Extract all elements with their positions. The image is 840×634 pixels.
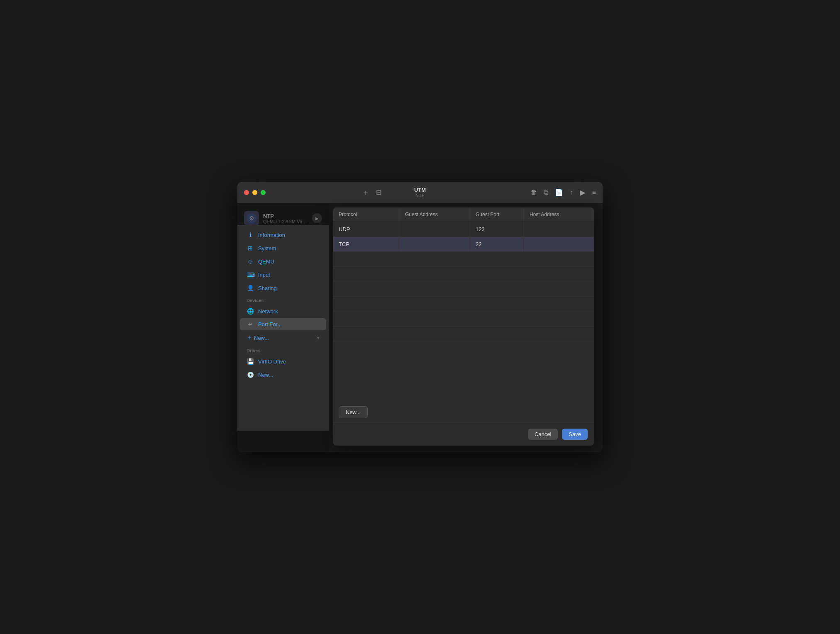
cell-guest-port-0: 123 — [470, 222, 524, 237]
network-icon: 🌐 — [247, 308, 254, 315]
new-rule-button[interactable]: New... — [339, 406, 368, 418]
dialog-footer: Cancel Save — [333, 422, 594, 446]
cell-host-addr-0 — [524, 222, 594, 237]
sidebar-item-portforward[interactable]: ↩ Port For... — [240, 318, 326, 330]
window-title: UTM — [414, 187, 426, 193]
sidebar-item-system[interactable]: ⊞ System — [240, 242, 326, 254]
qemu-icon: ◇ — [247, 258, 254, 265]
title-bar: ＋ ⊟ UTM NTP 🗑 ⧉ 📄 ↑ ▶ ≡ — [237, 182, 603, 203]
sidebar-item-network[interactable]: 🌐 Network — [240, 305, 326, 317]
new-drive-icon: 💿 — [247, 371, 254, 378]
close-button[interactable] — [244, 190, 249, 195]
sidebar-label-information: Information — [258, 232, 285, 238]
drive-icon: 💾 — [247, 358, 254, 365]
table-row-empty — [333, 312, 594, 327]
cell-guest-addr-0 — [399, 222, 470, 237]
cell-protocol-0: UDP — [333, 222, 399, 237]
table-row-empty — [333, 327, 594, 341]
table-header: Protocol Guest Address Guest Port Host A… — [333, 207, 594, 222]
new-device-label: New... — [254, 335, 269, 341]
sidebar-label-portforward: Port For... — [258, 321, 282, 327]
add-vm-icon[interactable]: ＋ — [362, 188, 369, 198]
window-subtitle: NTP — [415, 193, 425, 198]
devices-section-label: Devices — [237, 295, 329, 305]
port-forward-dialog: Protocol Guest Address Guest Port Host A… — [333, 207, 594, 446]
table-body: UDP 123 123 TCP 22 22 — [333, 222, 594, 402]
sidebar-label-input: Input — [258, 272, 270, 278]
sidebar-label-qemu: QEMU — [258, 258, 274, 265]
settings-sidebar: ℹ Information ⊞ System ◇ QEMU ⌨ Input 👤 … — [237, 225, 329, 431]
app-window: ＋ ⊟ UTM NTP 🗑 ⧉ 📄 ↑ ▶ ≡ ⚙ — [237, 182, 603, 452]
traffic-lights — [244, 190, 266, 195]
chevron-down-icon: ▾ — [317, 335, 320, 341]
sidebar-item-virtiodrive[interactable]: 💾 VirtIO Drive — [240, 355, 326, 368]
sidebar-label-new-drive: New... — [258, 372, 273, 378]
input-icon: ⌨ — [247, 271, 254, 278]
delete-icon[interactable]: 🗑 — [530, 189, 537, 196]
minimize-button[interactable] — [252, 190, 257, 195]
col-guest-address: Guest Address — [399, 207, 470, 222]
sidebar-item-new-drive[interactable]: 💿 New... — [240, 368, 326, 381]
col-protocol: Protocol — [333, 207, 399, 222]
sidebar-item-qemu[interactable]: ◇ QEMU — [240, 255, 326, 268]
save-button[interactable]: Save — [562, 429, 588, 440]
share-icon[interactable]: ↑ — [570, 189, 573, 196]
info-icon: ℹ — [247, 232, 254, 238]
table-row-empty — [333, 252, 594, 267]
main-content: ⚙ NTP QEMU 7.2 ARM Virtual M... ▶ ⚙ — [237, 203, 603, 452]
sidebar-label-virtiodrive: VirtIO Drive — [258, 358, 286, 365]
title-bar-center: UTM NTP — [414, 187, 426, 198]
portforward-icon: ↩ — [247, 321, 254, 327]
snapshot-icon[interactable]: 📄 — [555, 188, 563, 196]
play-icon[interactable]: ▶ — [580, 188, 586, 197]
table-row[interactable]: UDP 123 123 — [333, 222, 594, 237]
sidebar-label-sharing: Sharing — [258, 285, 277, 291]
sharing-icon: 👤 — [247, 285, 254, 291]
table-row-empty — [333, 282, 594, 297]
cancel-button[interactable]: Cancel — [528, 429, 558, 440]
cell-guest-addr-1 — [399, 237, 470, 251]
cell-protocol-1: TCP — [333, 237, 399, 251]
new-device-button[interactable]: ＋ New... ▾ — [240, 331, 326, 344]
col-guest-port: Guest Port — [470, 207, 524, 222]
sidebar-label-network: Network — [258, 308, 278, 315]
table-row-empty — [333, 267, 594, 282]
settings-icon[interactable]: ≡ — [592, 189, 596, 196]
sidebar-item-information[interactable]: ℹ Information — [240, 229, 326, 241]
cell-guest-port-1: 22 — [470, 237, 524, 251]
sidebar-label-system: System — [258, 245, 276, 251]
sidebar-item-sharing[interactable]: 👤 Sharing — [240, 282, 326, 294]
cell-host-addr-1 — [524, 237, 594, 251]
sidebar-toggle-icon[interactable]: ⊟ — [376, 188, 381, 196]
maximize-button[interactable] — [261, 190, 266, 195]
table-row[interactable]: TCP 22 22 — [333, 237, 594, 252]
copy-icon[interactable]: ⧉ — [544, 189, 548, 196]
new-device-plus-icon: ＋ — [247, 334, 252, 341]
col-host-address: Host Address — [524, 207, 594, 222]
drives-section-label: Drives — [237, 345, 329, 355]
system-icon: ⊞ — [247, 245, 254, 251]
sidebar-item-input[interactable]: ⌨ Input — [240, 268, 326, 281]
title-bar-actions: 🗑 ⧉ 📄 ↑ ▶ ≡ — [530, 188, 596, 197]
table-row-empty — [333, 297, 594, 312]
